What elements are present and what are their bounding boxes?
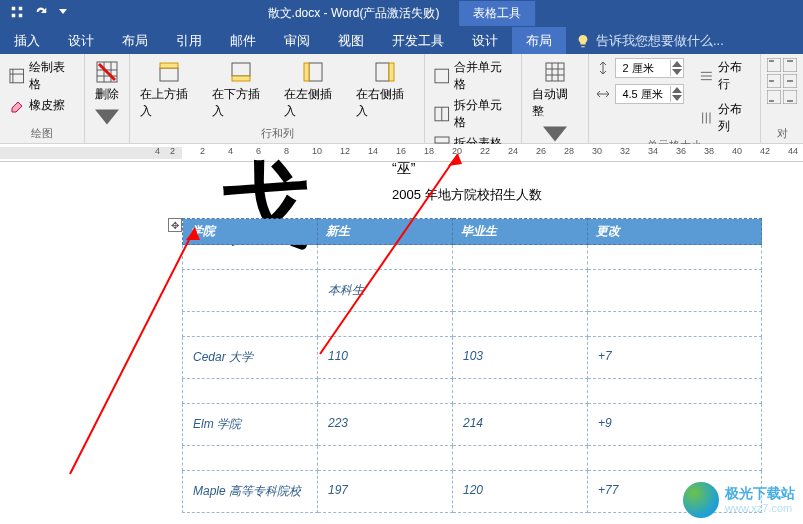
spin-up-icon[interactable] <box>671 86 683 94</box>
draw-table-button[interactable]: 绘制表格 <box>6 58 78 94</box>
table-cell[interactable]: 223 <box>318 404 453 446</box>
table-row[interactable] <box>183 379 762 404</box>
spin-down-icon[interactable] <box>671 94 683 102</box>
tab-mailings[interactable]: 邮件 <box>216 27 270 54</box>
align-ml-icon[interactable] <box>767 74 781 88</box>
group-cell-size: 2 厘米 4.5 厘米 分布行 分布列 单元格大小 <box>589 54 761 143</box>
pencil-table-icon <box>9 68 25 84</box>
col-width-input[interactable]: 4.5 厘米 <box>615 84 684 104</box>
tab-layout[interactable]: 布局 <box>108 27 162 54</box>
autofit-button[interactable]: 自动调整 <box>528 58 583 148</box>
table-row[interactable]: Maple 高等专科院校197120+77 <box>183 471 762 513</box>
table-cell[interactable] <box>183 270 318 312</box>
table-move-handle[interactable]: ✥ <box>168 218 182 232</box>
insert-right-button[interactable]: 在右侧插入 <box>352 58 418 122</box>
svg-rect-16 <box>769 60 774 62</box>
table-row[interactable] <box>183 245 762 270</box>
table-cell[interactable] <box>318 446 453 471</box>
table-cell[interactable] <box>453 446 588 471</box>
svg-rect-26 <box>787 100 793 102</box>
dist-cols-icon <box>699 110 714 126</box>
table-cell[interactable]: 214 <box>453 404 588 446</box>
tab-table-layout[interactable]: 布局 <box>512 27 566 54</box>
svg-rect-7 <box>304 63 309 81</box>
insert-above-button[interactable]: 在上方插入 <box>136 58 202 122</box>
table-cell[interactable] <box>588 312 762 337</box>
redo-icon[interactable] <box>34 5 48 22</box>
svg-rect-3 <box>160 63 178 68</box>
table-cell[interactable]: 110 <box>318 337 453 379</box>
table-cell[interactable] <box>318 379 453 404</box>
distribute-cols-button[interactable]: 分布列 <box>696 100 754 136</box>
table-cell[interactable] <box>183 245 318 270</box>
svg-rect-18 <box>787 60 793 62</box>
ruler-tick: 2 <box>170 146 175 156</box>
th-change: 更改 <box>588 219 762 245</box>
tab-insert[interactable]: 插入 <box>0 27 54 54</box>
align-bc-icon[interactable] <box>783 90 797 104</box>
table-cell[interactable] <box>318 312 453 337</box>
table-row[interactable] <box>183 446 762 471</box>
tell-me[interactable]: 告诉我您想要做什么... <box>566 27 724 54</box>
table-cell[interactable]: Maple 高等专科院校 <box>183 471 318 513</box>
tab-developer[interactable]: 开发工具 <box>378 27 458 54</box>
insert-below-button[interactable]: 在下方插入 <box>208 58 274 122</box>
table-cell[interactable]: 120 <box>453 471 588 513</box>
table-cell[interactable] <box>183 446 318 471</box>
table-cell[interactable] <box>453 270 588 312</box>
table-cell[interactable] <box>453 312 588 337</box>
row-height-input[interactable]: 2 厘米 <box>615 58 684 78</box>
table-cell[interactable]: +9 <box>588 404 762 446</box>
ruler-tick: 12 <box>340 146 350 156</box>
align-mc-icon[interactable] <box>783 74 797 88</box>
distribute-rows-button[interactable]: 分布行 <box>696 58 754 94</box>
eraser-button[interactable]: 橡皮擦 <box>6 96 78 115</box>
table-cell[interactable]: +7 <box>588 337 762 379</box>
merge-cells-button[interactable]: 合并单元格 <box>431 58 515 94</box>
svg-line-27 <box>70 228 195 474</box>
table-cell[interactable]: Cedar 大学 <box>183 337 318 379</box>
table-cell[interactable]: 103 <box>453 337 588 379</box>
table-cell[interactable] <box>588 270 762 312</box>
tab-review[interactable]: 审阅 <box>270 27 324 54</box>
autofit-icon <box>543 60 567 84</box>
table-row[interactable] <box>183 312 762 337</box>
table-cell[interactable] <box>588 446 762 471</box>
tab-references[interactable]: 引用 <box>162 27 216 54</box>
ruler-tick: 30 <box>592 146 602 156</box>
split-cells-button[interactable]: 拆分单元格 <box>431 96 515 132</box>
group-delete: 删除 . <box>85 54 130 143</box>
contextual-tab-label: 表格工具 <box>459 1 535 26</box>
align-bl-icon[interactable] <box>767 90 781 104</box>
doc-table[interactable]: 学院 新生 毕业生 更改 本科生Cedar 大学110103+7Elm 学院22… <box>182 218 762 513</box>
table-cell[interactable] <box>588 379 762 404</box>
tab-design[interactable]: 设计 <box>54 27 108 54</box>
align-tl-icon[interactable] <box>767 58 781 72</box>
table-row[interactable]: 本科生 <box>183 270 762 312</box>
spin-up-icon[interactable] <box>671 60 683 68</box>
insert-above-icon <box>157 60 181 84</box>
table-cell[interactable] <box>318 245 453 270</box>
table-cell[interactable] <box>453 379 588 404</box>
table-row[interactable]: Cedar 大学110103+7 <box>183 337 762 379</box>
touch-mode-icon[interactable] <box>10 5 24 22</box>
table-row[interactable]: Elm 学院223214+9 <box>183 404 762 446</box>
table-cell[interactable]: 本科生 <box>318 270 453 312</box>
ribbon-tabs: 插入 设计 布局 引用 邮件 审阅 视图 开发工具 设计 布局 告诉我您想要做什… <box>0 27 803 54</box>
svg-rect-24 <box>769 100 774 102</box>
table-cell[interactable]: Elm 学院 <box>183 404 318 446</box>
table-cell[interactable]: 197 <box>318 471 453 513</box>
tab-table-design[interactable]: 设计 <box>458 27 512 54</box>
spin-down-icon[interactable] <box>671 68 683 76</box>
table-cell[interactable] <box>183 312 318 337</box>
document-area: 4224681012141618202224262830323436384042… <box>0 144 803 524</box>
table-cell[interactable] <box>453 245 588 270</box>
table-cell[interactable] <box>588 245 762 270</box>
table-cell[interactable] <box>183 379 318 404</box>
tab-view[interactable]: 视图 <box>324 27 378 54</box>
align-tc-icon[interactable] <box>783 58 797 72</box>
insert-left-button[interactable]: 在左侧插入 <box>280 58 346 122</box>
dropdown-icon[interactable] <box>58 5 68 22</box>
ruler-tick: 36 <box>676 146 686 156</box>
delete-button[interactable]: 删除 <box>91 58 123 131</box>
